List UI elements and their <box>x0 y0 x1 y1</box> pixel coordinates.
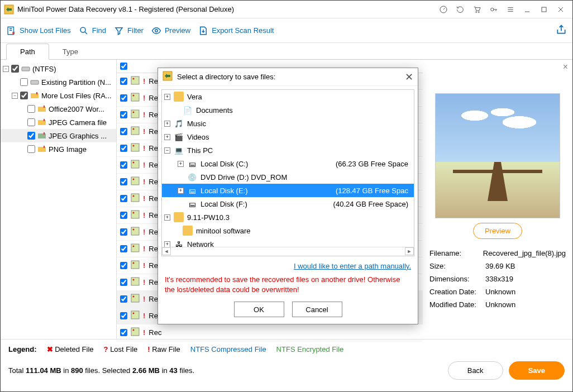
file-checkbox[interactable] <box>120 262 127 269</box>
raw-flag-icon: ! <box>143 161 145 169</box>
app-icon <box>4 4 14 15</box>
raw-flag-icon: ! <box>143 194 145 203</box>
file-checkbox[interactable] <box>120 178 127 185</box>
tree-item[interactable]: Existing Partition (N... <box>1 75 116 89</box>
legend-deleted: ✖ Deleted File <box>47 345 94 353</box>
file-checkbox[interactable] <box>120 111 127 118</box>
horizontal-scrollbar[interactable]: ◄► <box>162 247 414 256</box>
tree-checkbox[interactable] <box>20 78 28 86</box>
file-checkbox[interactable] <box>120 161 127 169</box>
svg-point-30 <box>133 145 135 147</box>
collapse-icon[interactable]: − <box>3 66 9 72</box>
file-checkbox[interactable] <box>120 312 127 319</box>
tree-item[interactable]: − More Lost Files (RA... <box>1 89 116 102</box>
tree-item-selected[interactable]: JPEG Graphics ... <box>1 129 116 142</box>
preview-close-icon[interactable]: × <box>563 62 568 72</box>
file-checkbox[interactable] <box>120 279 127 286</box>
file-row[interactable]: !Rec <box>117 324 423 341</box>
titlebar-speed-icon[interactable] <box>435 1 452 18</box>
tree-checkbox[interactable] <box>27 132 35 140</box>
tree-checkbox[interactable] <box>27 145 35 153</box>
tree-checkbox[interactable] <box>27 118 35 126</box>
dir-item[interactable]: 📄Documents <box>162 103 414 117</box>
svg-point-22 <box>133 78 135 80</box>
find-button[interactable]: Find <box>79 26 106 36</box>
scroll-left-icon[interactable]: ◄ <box>162 247 171 255</box>
file-checkbox[interactable] <box>120 295 127 303</box>
raw-flag-icon: ! <box>143 178 145 186</box>
collapse-icon[interactable]: − <box>164 147 170 154</box>
expand-icon[interactable]: + <box>178 161 184 167</box>
file-checkbox[interactable] <box>120 128 127 135</box>
select-all-checkbox[interactable] <box>120 63 127 70</box>
titlebar-cart-icon[interactable] <box>469 1 485 18</box>
dir-item[interactable]: +🎬Videos <box>162 130 414 144</box>
svg-point-38 <box>133 212 135 214</box>
svg-rect-20 <box>44 146 45 148</box>
dir-item[interactable]: +Vera <box>162 90 414 103</box>
dialog-close-icon[interactable]: ✕ <box>405 71 413 83</box>
find-label: Find <box>92 26 106 35</box>
manual-path-link[interactable]: I would like to enter a path manually. <box>294 262 411 270</box>
expand-icon[interactable]: + <box>164 134 170 140</box>
dir-item-selected[interactable]: +🖴Local Disk (E:)(128.47 GB Free Spac <box>162 184 414 197</box>
tree-item[interactable]: PNG Image <box>1 142 116 156</box>
meta-label: Modified Date: <box>429 300 485 309</box>
dialog-cancel-button[interactable]: Cancel <box>292 302 342 317</box>
tab-path[interactable]: Path <box>6 44 49 60</box>
export-scan-button[interactable]: Export Scan Result <box>198 26 274 36</box>
tree-root[interactable]: − (NTFS) <box>1 62 116 75</box>
minimize-button[interactable] <box>519 1 536 18</box>
save-button[interactable]: Save <box>509 361 565 380</box>
dir-item[interactable]: 💿DVD Drive (D:) DVD_ROM <box>162 170 414 184</box>
tree-checkbox[interactable] <box>27 105 35 113</box>
status-text: Total 111.04 MB in 890 files. Selected 2… <box>8 366 442 375</box>
file-checkbox[interactable] <box>120 145 127 152</box>
file-checkbox[interactable] <box>120 212 127 219</box>
raw-flag-icon: ! <box>143 328 145 337</box>
file-checkbox[interactable] <box>120 195 127 202</box>
file-checkbox[interactable] <box>120 245 127 252</box>
raw-flag-icon: ! <box>143 94 145 102</box>
file-checkbox[interactable] <box>120 94 127 102</box>
file-checkbox[interactable] <box>120 329 127 336</box>
scroll-right-icon[interactable]: ► <box>405 247 414 255</box>
legend-ntfs-encrypted: NTFS Encrypted File <box>276 345 344 353</box>
titlebar-menu-icon[interactable] <box>502 1 519 18</box>
svg-point-48 <box>133 296 135 298</box>
share-icon[interactable] <box>556 24 567 37</box>
svg-point-34 <box>133 179 135 180</box>
tree-item[interactable]: Office2007 Wor... <box>1 102 116 116</box>
expand-icon[interactable]: + <box>164 214 170 221</box>
tree-item[interactable]: JPEG Camera file <box>1 116 116 129</box>
dir-item[interactable]: +9.11-PW10.3 <box>162 211 414 224</box>
maximize-button[interactable] <box>536 1 552 18</box>
tree-checkbox[interactable] <box>11 65 19 73</box>
dir-item[interactable]: +🎵Music <box>162 117 414 130</box>
raw-flag-icon: ! <box>143 77 145 85</box>
dir-item-thispc[interactable]: −💻This PC <box>162 144 414 157</box>
videos-icon: 🎬 <box>174 132 184 142</box>
close-button[interactable] <box>552 1 569 18</box>
directory-tree[interactable]: +Vera 📄Documents +🎵Music +🎬Videos −💻This… <box>161 89 414 256</box>
show-lost-files-button[interactable]: Show Lost Files <box>6 26 71 36</box>
file-checkbox[interactable] <box>120 78 127 85</box>
dir-item[interactable]: minitool software <box>162 224 414 237</box>
dir-item[interactable]: 🖴Local Disk (F:)(40.24 GB Free Space) <box>162 197 414 211</box>
tab-type[interactable]: Type <box>49 44 92 59</box>
titlebar-key-icon[interactable] <box>485 1 502 18</box>
tree-checkbox[interactable] <box>20 92 28 99</box>
dialog-ok-button[interactable]: OK <box>234 302 284 317</box>
preview-toolbar-button[interactable]: Preview <box>151 26 190 36</box>
dir-item[interactable]: +🖴Local Disk (C:)(66.23 GB Free Space <box>162 157 414 170</box>
expand-icon[interactable]: + <box>164 121 170 127</box>
expand-icon[interactable]: + <box>178 188 184 194</box>
preview-button[interactable]: Preview <box>473 223 522 239</box>
collapse-icon[interactable]: − <box>12 93 18 99</box>
expand-icon[interactable]: + <box>164 94 170 100</box>
footer: Legend: ✖ Deleted File ? Lost File ! Raw… <box>1 339 572 385</box>
file-checkbox[interactable] <box>120 228 127 236</box>
back-button[interactable]: Back <box>448 361 503 380</box>
filter-button[interactable]: Filter <box>114 26 144 36</box>
titlebar-refresh-icon[interactable] <box>452 1 469 18</box>
